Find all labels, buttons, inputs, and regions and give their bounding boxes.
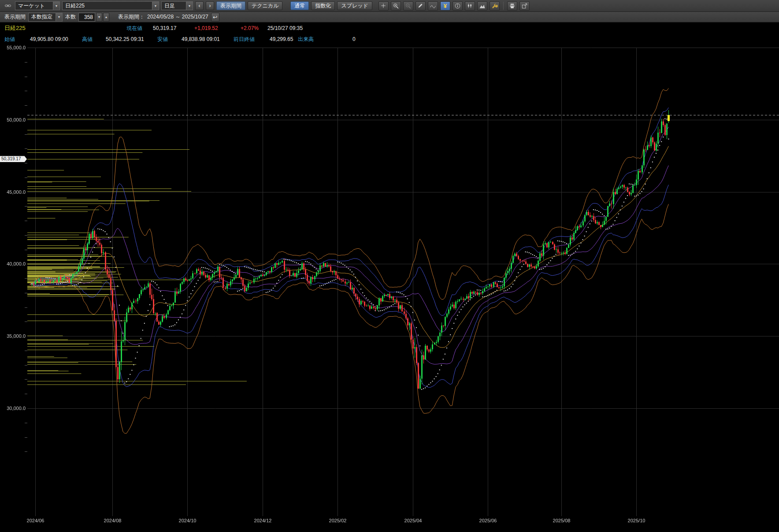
info-icon [454, 3, 461, 9]
reset-period-button[interactable]: ↩ [211, 13, 219, 22]
zoom-out-button[interactable] [403, 1, 413, 11]
prev-button[interactable]: ‹ [195, 1, 204, 10]
draw-button[interactable] [415, 1, 426, 11]
low-label: 安値 [157, 35, 168, 43]
current-value: 50,319.17 [153, 25, 176, 31]
wrench-icon [491, 3, 498, 9]
wave-icon [430, 3, 436, 9]
symbol-name: 日経225 [4, 24, 26, 32]
spread-mode-button[interactable]: スプレッド [337, 1, 372, 10]
symbol-dropdown-value: 日経225 [65, 2, 85, 10]
candle-chart-button[interactable] [465, 1, 475, 11]
zoom-in-button[interactable] [391, 1, 401, 11]
zoom-in-icon [393, 3, 399, 9]
timeframe-dropdown[interactable]: 日足 ▼ [161, 1, 193, 10]
bar-count-input[interactable]: 358 [78, 13, 95, 22]
quote-details: 始値 49,905.80 09:00 高値 50,342.25 09:31 安値… [0, 34, 779, 44]
change-value: +1,019.52 [194, 25, 218, 31]
quote-datetime: 25/10/27 09:35 [267, 25, 303, 31]
technical-button[interactable]: テクニカル [248, 1, 282, 10]
market-dropdown[interactable]: マーケット ▼ [15, 1, 60, 10]
link-icon[interactable] [3, 1, 13, 11]
candlestick-icon [467, 3, 473, 9]
mountain-icon [479, 3, 486, 9]
indexed-mode-button[interactable]: 指数化 [311, 1, 335, 10]
window-icon [521, 3, 528, 9]
crosshair-button[interactable] [378, 1, 389, 11]
range-value: 2024/05/28 ～ 2025/10/27 [147, 13, 208, 21]
market-dropdown-value: マーケット [18, 2, 45, 10]
count-up-button[interactable]: ▲ [103, 13, 109, 22]
chart-area: 50,319.17 [0, 44, 779, 532]
main-toolbar: マーケット ▼ 日経225 ▼ 日足 ▼ ‹ › 表示期間 テクニカル 通常 指… [0, 0, 779, 12]
toolbar-separator [503, 2, 504, 10]
chevron-down-icon: ▼ [186, 2, 193, 10]
symbol-dropdown[interactable]: 日経225 ▼ [62, 1, 159, 10]
plus-icon [380, 3, 386, 9]
low-value: 49,838.98 09:01 [182, 36, 220, 42]
quote-header: 日経225 現在値 50,319.17 +1,019.52 +2.07% 25/… [0, 22, 779, 34]
print-button[interactable] [507, 1, 517, 11]
open-value: 49,905.80 09:00 [30, 36, 68, 42]
info-button[interactable] [453, 1, 463, 11]
period-mode-value: 本数指定 [31, 13, 52, 21]
normal-mode-button[interactable]: 通常 [290, 1, 309, 10]
current-label: 現在値 [126, 25, 142, 32]
printer-icon [509, 3, 516, 9]
bar-count-label: 本数 [65, 13, 76, 21]
display-period-button[interactable]: 表示期間 [216, 1, 245, 10]
current-price-tag: 50,319.17 [0, 156, 27, 162]
volume-label: 出来高 [298, 35, 314, 43]
prev-close-value: 49,299.65 [270, 36, 293, 42]
display-period-label: 表示期間 [4, 13, 26, 21]
trendline-button[interactable] [428, 1, 438, 11]
price-chart-canvas[interactable] [0, 44, 779, 532]
zoom-out-icon [405, 3, 412, 9]
timeframe-dropdown-value: 日足 [164, 2, 175, 10]
prev-close-label: 前日終値 [234, 35, 255, 43]
change-percent: +2.07% [241, 25, 259, 31]
next-button[interactable]: › [206, 1, 214, 10]
chevron-down-icon: ▼ [53, 2, 59, 10]
period-toolbar: 表示期間 本数指定 ▼ 本数 358 ▼ ▲ 表示期間： 2024/05/28 … [0, 12, 779, 22]
chevron-down-icon: ▼ [56, 13, 62, 21]
high-label: 高値 [82, 35, 93, 43]
yen-scale-button[interactable]: ¥ [440, 1, 450, 11]
pencil-icon [417, 3, 423, 9]
area-chart-button[interactable] [477, 1, 487, 11]
high-value: 50,342.25 09:31 [106, 36, 144, 42]
settings-button[interactable] [490, 1, 500, 11]
chevron-down-icon: ▼ [152, 2, 159, 10]
open-label: 始値 [4, 35, 15, 43]
popout-button[interactable] [519, 1, 530, 11]
period-mode-dropdown[interactable]: 本数指定 ▼ [28, 13, 63, 22]
range-label: 表示期間： [118, 13, 145, 21]
count-down-button[interactable]: ▼ [96, 13, 102, 22]
volume-value: 0 [352, 36, 356, 42]
